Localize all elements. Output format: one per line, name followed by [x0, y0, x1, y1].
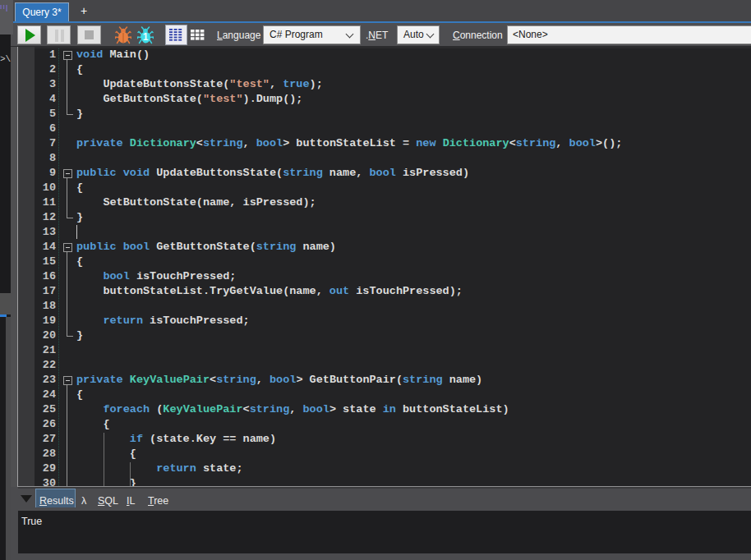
svg-text:1: 1 [143, 31, 149, 43]
